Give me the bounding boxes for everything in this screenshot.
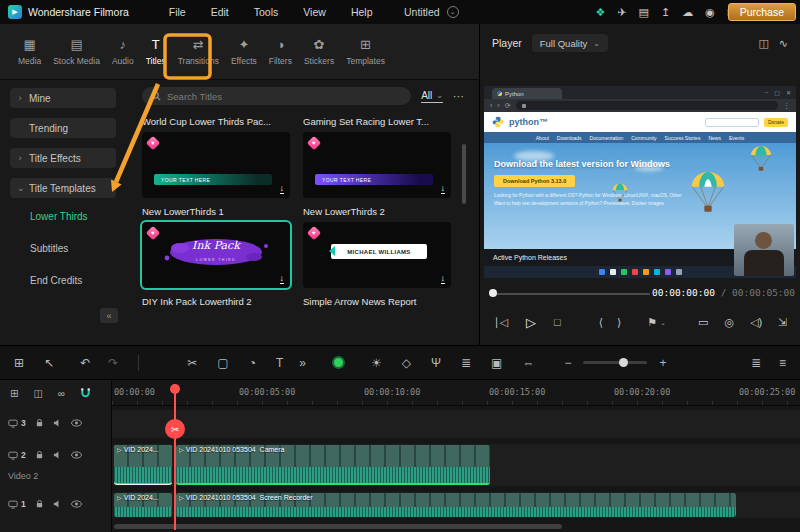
menu-view[interactable]: View xyxy=(303,6,326,18)
tab-transitions[interactable]: ⇄ Transitions xyxy=(172,38,225,66)
lock-track-icon[interactable] xyxy=(35,418,44,428)
mask-icon[interactable]: ◇ xyxy=(402,357,411,369)
track-lane-2[interactable]: ▷ VID 2024... ▷ VID 20241010 053504_Came… xyxy=(112,444,800,486)
zoom-in-icon[interactable]: + xyxy=(659,357,666,369)
search-box[interactable] xyxy=(142,87,411,105)
sidebar-item-subtitles[interactable]: Subtitles xyxy=(30,240,126,256)
template-thumb-new-lowerthirds-2[interactable]: ♥ YOUR TEXT HERE ↓ xyxy=(303,132,451,198)
playhead-handle[interactable] xyxy=(170,384,180,394)
sidebar-collapse-button[interactable]: « xyxy=(100,308,118,323)
color-enhance-icon[interactable]: ☀ xyxy=(371,357,382,369)
audio-mixer-icon[interactable]: ≣ xyxy=(461,357,471,369)
volume-icon[interactable]: ◁) xyxy=(750,317,762,328)
menu-file[interactable]: File xyxy=(169,6,186,18)
menu-edit[interactable]: Edit xyxy=(211,6,229,18)
grid-scrollbar[interactable] xyxy=(462,144,466,204)
tab-audio[interactable]: ♪ Audio xyxy=(106,38,140,66)
text-tool-icon[interactable]: T xyxy=(276,357,283,369)
redo-icon[interactable]: ↷ xyxy=(108,357,118,369)
track-height-icon[interactable]: ≣ xyxy=(751,357,761,369)
playhead-line[interactable] xyxy=(174,384,176,530)
mark-in-icon[interactable]: ⟨ xyxy=(599,317,603,328)
menu-help[interactable]: Help xyxy=(351,6,373,18)
tab-templates[interactable]: ⊞ Templates xyxy=(340,38,391,66)
track-lane-1[interactable]: ▷ VID 2024... ▷ VID 20241010 053504_Scre… xyxy=(112,492,800,518)
undo-icon[interactable]: ↶ xyxy=(80,357,90,369)
tab-stock-media[interactable]: ▤ Stock Media xyxy=(47,38,106,66)
template-caption[interactable]: New LowerThirds 1 xyxy=(142,206,290,217)
purchase-button[interactable]: Purchase xyxy=(728,3,796,21)
share-icon[interactable]: ✈ xyxy=(617,6,626,19)
clip-camera-left[interactable]: ▷ VID 2024... xyxy=(114,445,172,485)
chevron-down-icon[interactable]: ⌄ xyxy=(660,319,666,326)
more-options-icon[interactable]: ⋯ xyxy=(453,90,464,103)
split-scissors-icon[interactable]: ✂ xyxy=(187,357,197,369)
template-thumb-new-lowerthirds-1[interactable]: ♥ YOUR TEXT HERE ↓ xyxy=(142,132,290,198)
sidebar-item-title-effects[interactable]: › Title Effects xyxy=(10,148,116,168)
marker-flag-icon[interactable]: ⚑ xyxy=(647,317,657,328)
sidebar-item-mine[interactable]: › Mine xyxy=(10,88,116,108)
sidebar-item-trending[interactable]: Trending xyxy=(10,118,116,138)
previous-frame-icon[interactable]: ∣◁ xyxy=(494,317,508,328)
menu-tools[interactable]: Tools xyxy=(254,6,279,18)
tab-media[interactable]: ▦ Media xyxy=(12,38,47,66)
hide-track-icon[interactable] xyxy=(71,500,82,508)
cloud-icon[interactable]: ☁ xyxy=(682,6,693,19)
select-cursor-icon[interactable]: ↖ xyxy=(44,357,54,369)
tab-filters[interactable]: ◑ Filters xyxy=(263,38,298,66)
template-thumb-diy-ink-pack[interactable]: ♥ Ink Pack LOWER THIRD ↓ xyxy=(142,222,290,288)
project-name[interactable]: Untitled xyxy=(404,6,440,18)
zoom-slider-handle[interactable] xyxy=(619,358,628,367)
speed-icon[interactable]: ◔ xyxy=(249,357,256,369)
clip-screen-left[interactable]: ▷ VID 2024... xyxy=(114,493,172,517)
mute-track-icon[interactable] xyxy=(53,499,62,509)
filter-dropdown[interactable]: All ⌄ xyxy=(421,90,443,103)
track-lane-3[interactable] xyxy=(112,410,800,438)
tab-titles[interactable]: T Titles xyxy=(140,38,172,66)
tab-stickers[interactable]: ✿ Stickers xyxy=(298,38,340,66)
media-grid-icon[interactable]: ⊞ xyxy=(14,357,24,369)
stop-icon[interactable]: □ xyxy=(554,317,561,328)
download-icon[interactable]: ↓ xyxy=(280,274,285,284)
scrubber-handle[interactable] xyxy=(489,289,497,297)
voiceover-mic-icon[interactable]: Ψ xyxy=(431,357,441,369)
template-thumb-simple-arrow[interactable]: ♥ MICHAEL WILLIAMS ↓ xyxy=(303,222,451,288)
add-track-icon[interactable]: ⊞ xyxy=(10,388,18,399)
snap-magnet-icon[interactable] xyxy=(80,387,91,399)
sidebar-item-title-templates[interactable]: ⌄ Title Templates xyxy=(10,178,116,198)
clip-camera-right[interactable]: ▷ VID 20241010 053504_Camera xyxy=(176,445,490,485)
template-caption[interactable]: New LowerThirds 2 xyxy=(303,206,451,217)
download-icon[interactable]: ↓ xyxy=(441,274,446,284)
link-clips-icon[interactable]: ∞ xyxy=(58,388,65,399)
sidebar-item-lower-thirds[interactable]: Lower Thirds xyxy=(30,208,126,224)
screen-record-icon[interactable]: ▣ xyxy=(491,357,502,369)
crop-icon[interactable]: ▢ xyxy=(217,357,228,369)
hide-track-icon[interactable] xyxy=(71,451,82,459)
fullscreen-icon[interactable]: ⇲ xyxy=(778,317,787,328)
template-caption[interactable]: Simple Arrow News Report xyxy=(303,296,451,307)
template-caption[interactable]: World Cup Lower Thirds Pac... xyxy=(142,116,290,127)
timeline-horizontal-scrollbar[interactable] xyxy=(114,524,562,529)
snapshot-icon[interactable]: ◎ xyxy=(724,317,734,328)
template-caption[interactable]: DIY Ink Pack Lowerthird 2 xyxy=(142,296,290,307)
mark-out-icon[interactable]: ⟩ xyxy=(617,317,621,328)
auto-ripple-icon[interactable]: ⇔ xyxy=(522,357,534,369)
video-preview[interactable]: Python – ▢ ✕ ‹ › ⟳ ⋮ pytho xyxy=(484,86,796,278)
account-icon[interactable]: ◉ xyxy=(705,6,715,19)
feedback-icon[interactable]: ▤ xyxy=(639,6,649,19)
split-cursor-badge[interactable]: ✂ xyxy=(165,419,185,439)
more-tools-icon[interactable]: » xyxy=(299,357,306,369)
scopes-icon[interactable]: ∿ xyxy=(779,37,788,50)
search-input[interactable] xyxy=(167,91,402,102)
quality-dropdown[interactable]: Full Quality ⌄ xyxy=(532,34,608,52)
download-icon[interactable]: ↓ xyxy=(441,184,446,194)
player-scrubber[interactable] xyxy=(490,293,650,295)
track-options-icon[interactable]: ◫ xyxy=(33,388,42,399)
sidebar-item-end-credits[interactable]: End Credits xyxy=(30,272,126,288)
play-icon[interactable]: ▷ xyxy=(526,316,536,329)
mute-track-icon[interactable] xyxy=(53,450,62,460)
lock-track-icon[interactable] xyxy=(35,499,44,509)
clip-screen-right[interactable]: ▷ VID 20241010 053504_Screen Recorder xyxy=(176,493,736,517)
view-mode-icon[interactable]: ◫ xyxy=(758,37,768,50)
mute-track-icon[interactable] xyxy=(53,418,62,428)
